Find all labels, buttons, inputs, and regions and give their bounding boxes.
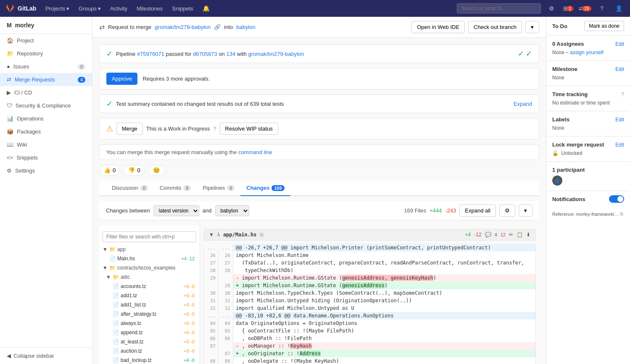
tab-pipelines[interactable]: Pipelines 8 bbox=[197, 181, 240, 196]
file-bad-lockup-tz[interactable]: 📄bad_lockup.tz+6 -0 bbox=[99, 356, 200, 364]
approve-button[interactable]: Approve bbox=[106, 73, 137, 85]
file-tree-search-wrapper bbox=[99, 229, 200, 245]
pipeline-pass-icon2: ✓ bbox=[526, 49, 532, 58]
file-add1-tz[interactable]: 📄add1.tz+0 -0 bbox=[99, 291, 200, 300]
sidebar-item-issues[interactable]: ● Issues 0 bbox=[0, 60, 92, 73]
branch-select[interactable]: babylon bbox=[215, 205, 249, 216]
sidebar-item-security[interactable]: 🛡 Security & Compliance bbox=[0, 99, 92, 112]
nav-activity[interactable]: Activity bbox=[108, 5, 130, 12]
mark-as-done-button[interactable]: Mark as done bbox=[584, 21, 624, 31]
more-options-button[interactable]: ▾ bbox=[525, 21, 539, 33]
assign-yourself-link[interactable]: assign yourself bbox=[570, 50, 604, 55]
emoji-icon: 😊 bbox=[153, 167, 160, 173]
tab-commits[interactable]: Commits 8 bbox=[154, 181, 197, 196]
merge-requests-nav-icon[interactable]: ⇄ 29 bbox=[579, 2, 591, 15]
nav-groups[interactable]: Groups ▾ bbox=[76, 5, 103, 12]
file-at-least-tz[interactable]: 📄at_least.tz+0 -0 bbox=[99, 337, 200, 346]
file-after-strategy-tz[interactable]: 📄after_strategy.tz+0 -0 bbox=[99, 309, 200, 319]
file-auction-tz[interactable]: 📄auction.tz+0 -0 bbox=[99, 346, 200, 356]
nav-snippets[interactable]: Snippets bbox=[169, 5, 196, 12]
thumbs-up-button[interactable]: 👍 0 bbox=[99, 165, 120, 175]
folder-contracts[interactable]: ▼ 📁 contracts/tezos_examples bbox=[99, 263, 200, 272]
download-icon[interactable]: ⬇ bbox=[526, 232, 530, 238]
file-main-hs[interactable]: 📄 Main.hs +4 -12 bbox=[99, 254, 200, 263]
participants-avatars: 👤 bbox=[552, 175, 624, 186]
reactions-bar: 👍 0 👎 0 😊 bbox=[99, 165, 539, 175]
lock-title: Lock merge request bbox=[552, 141, 604, 148]
notifications-toggle[interactable] bbox=[609, 195, 624, 203]
lock-edit-button[interactable]: Edit bbox=[615, 142, 624, 148]
pipeline-commit-link[interactable]: d6705873 bbox=[193, 51, 217, 57]
merge-button[interactable]: Merge bbox=[116, 123, 143, 135]
emoji-picker-button[interactable]: 😊 bbox=[148, 165, 165, 175]
file-icon: 📄 bbox=[113, 302, 119, 308]
merge-requests-icon: ⇄ bbox=[7, 76, 11, 83]
version-select[interactable]: latest version bbox=[153, 205, 199, 216]
sidebar-item-snippets[interactable]: <> Snippets bbox=[0, 151, 92, 164]
diff-options-button[interactable]: ▾ bbox=[519, 204, 532, 217]
pipeline-branch-link[interactable]: 134 bbox=[226, 51, 235, 57]
comment-icon[interactable]: 💬 bbox=[485, 232, 491, 238]
file-always-tz[interactable]: 📄always.tz+0 -0 bbox=[99, 319, 200, 328]
folder-app[interactable]: ▼ 📁 app bbox=[99, 245, 200, 254]
pipeline-branch2-link[interactable]: gromak/tm279-babylon bbox=[248, 51, 304, 57]
discussion-count-badge: 0 bbox=[140, 185, 148, 191]
thumbs-down-button[interactable]: 👎 0 bbox=[124, 165, 145, 175]
tab-changes[interactable]: Changes 169 bbox=[240, 181, 290, 196]
sidebar-item-repository[interactable]: 📁 Repository bbox=[0, 47, 92, 60]
admin-icon[interactable]: ⊞ 1 bbox=[562, 2, 575, 15]
sidebar-item-packages[interactable]: 📦 Packages bbox=[0, 125, 92, 138]
labels-edit-button[interactable]: Edit bbox=[615, 117, 624, 123]
open-in-web-ide-button[interactable]: Open in Web IDE bbox=[411, 21, 465, 33]
assignees-title: 0 Assignees bbox=[552, 41, 584, 47]
file-append-tz[interactable]: 📄append.tz+0 -0 bbox=[99, 328, 200, 337]
settings-icon[interactable]: ⚙ bbox=[545, 2, 558, 15]
issues-badge: 0 bbox=[78, 64, 85, 70]
copy-icon[interactable]: 📋 bbox=[517, 232, 523, 238]
nav-bell[interactable]: 🔔 bbox=[200, 2, 213, 15]
diff-expand-icon[interactable]: ▼ bbox=[209, 232, 214, 238]
search-input[interactable] bbox=[457, 3, 541, 13]
file-icon: 📄 bbox=[109, 256, 116, 262]
sidebar-item-project[interactable]: 🏠 Project bbox=[0, 34, 92, 47]
cmdline-link[interactable]: command line bbox=[238, 149, 272, 155]
participants-header: 1 participant bbox=[552, 167, 624, 173]
expand-all-button[interactable]: Expand all bbox=[459, 204, 496, 217]
time-tracking-help-icon[interactable]: ? bbox=[621, 91, 624, 97]
sidebar-item-wiki[interactable]: 📖 Wiki bbox=[0, 138, 92, 151]
folder-arrow-icon2: ▼ bbox=[103, 265, 108, 271]
file-icon: 📄 bbox=[113, 311, 119, 317]
sidebar-item-cicd[interactable]: ▶ CI / CD bbox=[0, 86, 92, 99]
mr-branch-to-link[interactable]: babylon bbox=[236, 24, 256, 30]
collapse-sidebar-button[interactable]: ◀ Collapse sidebar bbox=[0, 347, 92, 364]
gitlab-logo[interactable]: GitLab bbox=[5, 3, 36, 13]
copy-path-icon[interactable]: ⧉ bbox=[260, 232, 264, 238]
sidebar-item-operations[interactable]: 📊 Operations bbox=[0, 112, 92, 125]
milestone-edit-button[interactable]: Edit bbox=[615, 66, 624, 72]
folder-attic[interactable]: ▼ 📁 attic bbox=[99, 272, 200, 282]
settings-diff-button[interactable]: ⚙ bbox=[499, 204, 515, 217]
nav-milestones[interactable]: Milestones bbox=[134, 5, 165, 12]
resolve-wip-button[interactable]: Resolve WIP status bbox=[220, 123, 278, 135]
check-out-branch-button[interactable]: Check out branch bbox=[468, 21, 522, 33]
nav-projects[interactable]: Projects ▾ bbox=[43, 5, 72, 12]
security-icon: 🛡 bbox=[7, 102, 12, 109]
tab-discussion[interactable]: Discussion 0 bbox=[106, 181, 154, 196]
sidebar-item-merge-requests[interactable]: ⇄ Merge Requests 4 bbox=[0, 73, 92, 86]
file-accounts-tz[interactable]: 📄accounts.tz+0 -0 bbox=[99, 282, 200, 291]
user-avatar-nav[interactable]: 👤 bbox=[612, 2, 625, 15]
file-tree-search-input[interactable] bbox=[103, 231, 196, 242]
table-row: 31 31 import Michelson.Untyped hiding (O… bbox=[204, 297, 536, 304]
sidebar-item-settings[interactable]: ⚙ Settings bbox=[0, 164, 92, 177]
time-tracking-value: No estimate or time spent bbox=[552, 100, 624, 106]
diff-removed-count: -12 bbox=[474, 232, 481, 238]
pipeline-number-link[interactable]: #75976071 bbox=[137, 51, 164, 57]
assignees-edit-button[interactable]: Edit bbox=[615, 41, 624, 47]
file-icon: 📄 bbox=[113, 283, 119, 289]
add-comment-icon[interactable]: ✏ bbox=[509, 232, 513, 238]
copy-reference-icon[interactable]: ⧉ bbox=[620, 211, 623, 217]
expand-test-summary-button[interactable]: Expand bbox=[514, 101, 532, 107]
file-add1-list-tz[interactable]: 📄add1_list.tz+0 -0 bbox=[99, 300, 200, 309]
mr-branch-from-link[interactable]: gromak/tm279-babylon bbox=[155, 24, 211, 30]
help-icon[interactable]: ? bbox=[596, 2, 608, 15]
